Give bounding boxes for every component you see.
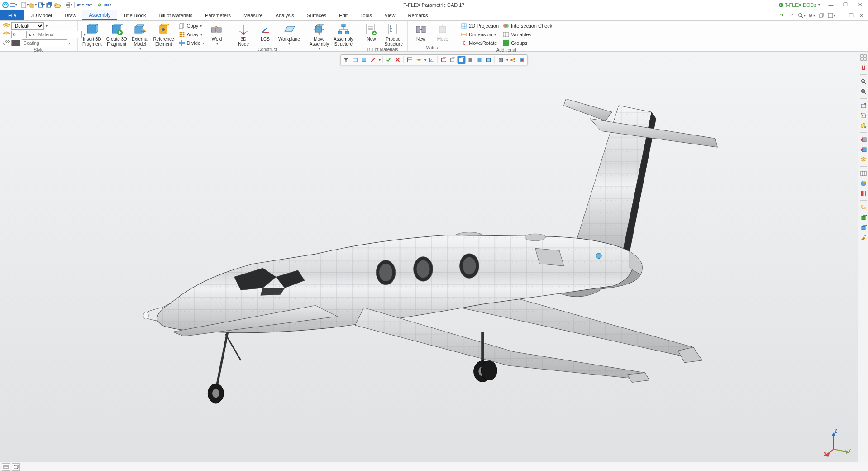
grid-icon[interactable]: [406, 56, 414, 64]
probe-icon[interactable]: [859, 233, 868, 241]
tab-view[interactable]: View: [378, 10, 402, 20]
zoom-fit-icon[interactable]: [859, 77, 868, 86]
open-folder-icon[interactable]: [54, 1, 61, 9]
cancel-red-icon[interactable]: [394, 56, 402, 64]
check-box1-icon[interactable]: [859, 135, 868, 144]
camera-icon[interactable]: [518, 56, 526, 64]
level-select[interactable]: Default: [11, 22, 44, 30]
external-model-button[interactable]: External Model▾: [129, 22, 150, 51]
regen-icon[interactable]: [96, 1, 103, 9]
shaded-edges-icon[interactable]: [458, 56, 466, 64]
refresh-small-icon[interactable]: [777, 11, 786, 19]
check-box2-icon[interactable]: [859, 145, 868, 154]
color-bar-icon[interactable]: [859, 189, 868, 197]
tab-analysis[interactable]: Analysis: [269, 10, 300, 20]
save-all-icon[interactable]: [46, 1, 53, 9]
tab-surfaces[interactable]: Surfaces: [300, 10, 333, 20]
tab-measure[interactable]: Measure: [237, 10, 269, 20]
3d-viewport[interactable]: ▾ ▾ ▾: [0, 52, 868, 462]
transparent-icon[interactable]: [485, 56, 493, 64]
weld-button[interactable]: Weld▾: [206, 22, 227, 46]
tab-bom[interactable]: Bill of Materials: [153, 10, 199, 20]
redo-icon[interactable]: ▾: [85, 1, 92, 9]
wire-icon[interactable]: [439, 56, 448, 64]
tab-edit[interactable]: Edit: [333, 10, 354, 20]
move-rotate-button[interactable]: Move/Rotate: [459, 39, 500, 47]
table-icon[interactable]: [859, 169, 868, 178]
view-2d-button[interactable]: [2, 463, 10, 471]
insert-3d-fragment-button[interactable]: Insert 3D Fragment: [81, 22, 104, 47]
tile-icon[interactable]: ▾: [827, 11, 835, 19]
assembly-structure-button[interactable]: Assembly Structure: [332, 22, 355, 47]
lcs-button[interactable]: LCS: [255, 22, 276, 42]
print-icon[interactable]: ▾: [65, 1, 72, 9]
tab-parameters[interactable]: Parameters: [199, 10, 237, 20]
3d-node-button[interactable]: 3D Node: [233, 22, 254, 47]
product-structure-button[interactable]: Product Structure: [382, 22, 405, 47]
zoom-window-icon[interactable]: [859, 87, 868, 96]
app-icon[interactable]: [2, 1, 9, 9]
bom-new-button[interactable]: New: [361, 22, 382, 42]
groups-button[interactable]: Groups: [501, 39, 553, 47]
new-doc-icon[interactable]: ▾: [21, 1, 29, 9]
tab-3d-model[interactable]: 3D Model: [24, 10, 58, 20]
undo-icon[interactable]: ▾: [76, 1, 84, 9]
tab-remarks[interactable]: Remarks: [401, 10, 434, 20]
link-icon[interactable]: ▾: [104, 1, 111, 9]
gear-icon[interactable]: ⚙▾: [807, 11, 816, 19]
cascade-icon[interactable]: [817, 11, 825, 19]
mdi-restore-icon[interactable]: ❐: [847, 11, 855, 19]
intersection-check-button[interactable]: Intersection Check: [501, 22, 553, 30]
ortho-icon[interactable]: [859, 101, 868, 110]
minimize-button[interactable]: —: [825, 1, 836, 9]
maximize-button[interactable]: ❐: [840, 1, 851, 9]
section-icon[interactable]: [497, 56, 505, 64]
tab-file[interactable]: File: [0, 10, 24, 20]
open-icon[interactable]: ▾: [29, 1, 37, 9]
render-icon[interactable]: [476, 56, 484, 64]
cube-green-icon[interactable]: [859, 213, 868, 221]
workplane-button[interactable]: Workplane▾: [277, 22, 302, 46]
persp-icon[interactable]: [859, 111, 868, 120]
layers-icon[interactable]: [859, 155, 868, 163]
tree-yellow-icon[interactable]: [859, 203, 868, 211]
sel-face-icon[interactable]: [360, 56, 368, 64]
view-front-icon[interactable]: [859, 121, 868, 130]
array-button[interactable]: Array▾: [177, 30, 206, 38]
tab-draw[interactable]: Draw: [58, 10, 83, 20]
copy-button[interactable]: Copy▾: [177, 22, 206, 30]
mdi-close-icon[interactable]: ✕: [857, 11, 865, 19]
tab-assembly[interactable]: Assembly: [82, 10, 117, 20]
pie-icon[interactable]: [859, 179, 868, 187]
check-green-icon[interactable]: [385, 56, 393, 64]
search-small-icon[interactable]: ▾: [797, 11, 806, 19]
magnet-icon[interactable]: [859, 63, 868, 72]
help-icon[interactable]: ?: [787, 11, 796, 19]
tab-tools[interactable]: Tools: [354, 10, 378, 20]
mate-new-button[interactable]: New: [410, 22, 431, 42]
divide-button[interactable]: Divide▾: [177, 39, 206, 47]
cube-blue-icon[interactable]: [859, 223, 868, 231]
filter-icon[interactable]: [342, 56, 350, 64]
shaded-icon[interactable]: [467, 56, 475, 64]
color-swatch[interactable]: [11, 40, 20, 46]
menu-icon[interactable]: ▾: [10, 1, 17, 9]
2d-projection-button[interactable]: 2D Projection: [459, 22, 500, 30]
mdi-min-icon[interactable]: —: [837, 11, 845, 19]
material-input[interactable]: [37, 31, 82, 38]
view-3d-button[interactable]: [12, 463, 20, 471]
dimension-button[interactable]: Dimension▾: [459, 30, 500, 38]
tab-title-block[interactable]: Title Block: [117, 10, 152, 20]
axis-gizmo[interactable]: Z Y X: [825, 429, 853, 457]
level-number-input[interactable]: [11, 31, 27, 38]
sel-box-icon[interactable]: [351, 56, 359, 64]
explode-icon[interactable]: [509, 56, 517, 64]
3d-model[interactable]: [27, 88, 850, 448]
origin-icon[interactable]: [415, 56, 423, 64]
variables-button[interactable]: Variables: [501, 30, 553, 38]
move-assembly-button[interactable]: Move Assembly▾: [308, 22, 331, 51]
save-icon[interactable]: ▾: [38, 1, 45, 9]
close-button[interactable]: ✕: [854, 1, 865, 9]
coating-input[interactable]: [22, 39, 67, 47]
sel-edge-icon[interactable]: [369, 56, 377, 64]
